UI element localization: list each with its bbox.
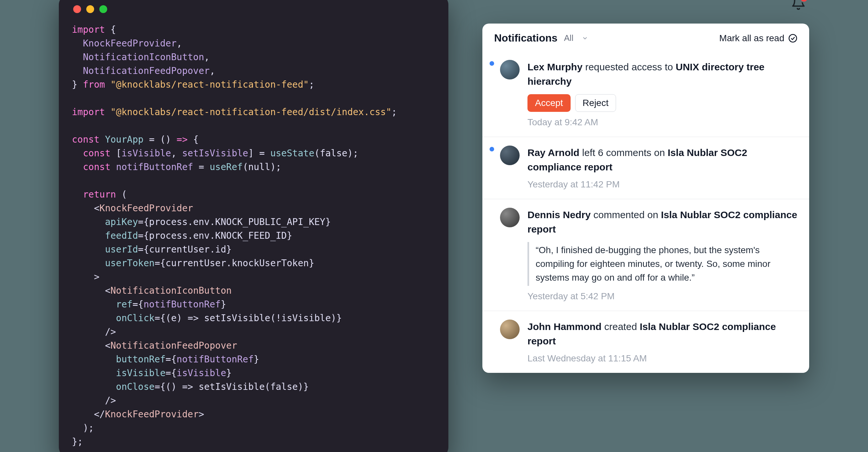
- timestamp: Today at 9:42 AM: [527, 117, 798, 128]
- timestamp: Last Wednesday at 11:15 AM: [527, 353, 798, 364]
- notification-message: Lex Murphy requested access to UNIX dire…: [527, 60, 798, 88]
- chevron-down-icon: [582, 35, 588, 41]
- mark-all-read-label: Mark all as read: [719, 33, 784, 44]
- notification-message: Dennis Nedry commented on Isla Nublar SO…: [527, 208, 798, 236]
- timestamp: Yesterday at 5:42 PM: [527, 291, 798, 302]
- notification-bell-button[interactable]: 2: [791, 0, 806, 10]
- avatar: [500, 208, 520, 227]
- notification-feed: Lex Murphy requested access to UNIX dire…: [483, 51, 809, 373]
- notification-popover: Notifications All Mark all as read Lex M…: [483, 24, 809, 373]
- comment-quote: “Oh, I finished de-bugging the phones, b…: [527, 242, 798, 286]
- code-editor-window: import { KnockFeedProvider, Notification…: [59, 0, 448, 452]
- notification-item[interactable]: John Hammond created Isla Nublar SOC2 co…: [483, 311, 809, 373]
- check-circle-icon: [788, 34, 798, 43]
- avatar: [500, 145, 520, 165]
- notification-item[interactable]: Dennis Nedry commented on Isla Nublar SO…: [483, 199, 809, 311]
- notification-message: Ray Arnold left 6 comments on Isla Nubla…: [527, 145, 798, 174]
- mark-all-read-button[interactable]: Mark all as read: [719, 33, 798, 44]
- code-block: import { KnockFeedProvider, Notification…: [72, 23, 435, 449]
- notification-item[interactable]: Lex Murphy requested access to UNIX dire…: [483, 51, 809, 137]
- popover-title: Notifications: [494, 32, 558, 44]
- notification-area: 2 Notifications All Mark all as read: [488, 0, 809, 452]
- unread-indicator: [490, 147, 494, 151]
- accept-button[interactable]: Accept: [527, 94, 570, 112]
- unread-indicator: [490, 61, 494, 66]
- avatar: [500, 319, 520, 339]
- notification-item[interactable]: Ray Arnold left 6 comments on Isla Nubla…: [483, 137, 809, 199]
- avatar: [500, 60, 520, 80]
- svg-point-0: [789, 34, 797, 42]
- window-close-icon[interactable]: [73, 5, 81, 13]
- notification-message: John Hammond created Isla Nublar SOC2 co…: [527, 319, 798, 348]
- timestamp: Yesterday at 11:42 PM: [527, 179, 798, 190]
- reject-button[interactable]: Reject: [575, 94, 616, 112]
- popover-header: Notifications All Mark all as read: [483, 24, 809, 51]
- filter-label: All: [564, 33, 574, 43]
- window-traffic-lights: [72, 5, 435, 13]
- window-zoom-icon[interactable]: [99, 5, 107, 13]
- filter-dropdown[interactable]: All: [564, 33, 588, 43]
- window-minimize-icon[interactable]: [86, 5, 94, 13]
